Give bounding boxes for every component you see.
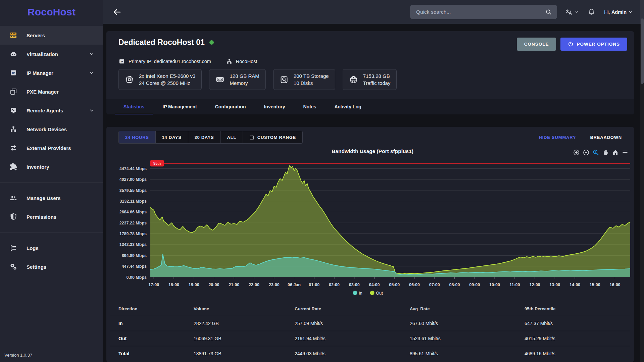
- legend-item-in[interactable]: In: [353, 291, 362, 296]
- menu-icon[interactable]: [622, 149, 629, 156]
- server-tabs: StatisticsIP ManagementConfigurationInve…: [106, 99, 634, 114]
- calendar-icon: [249, 135, 254, 140]
- tab-statistics[interactable]: Statistics: [114, 99, 153, 114]
- sidebar-item-label: Permissions: [27, 214, 56, 220]
- sidebar-item-label: Remote Agents: [27, 108, 63, 113]
- tab-notes[interactable]: Notes: [294, 99, 325, 114]
- svg-text:IP: IP: [120, 60, 123, 63]
- chevron-down-icon: [89, 70, 94, 75]
- tab-inventory[interactable]: Inventory: [255, 99, 294, 114]
- people-icon: [9, 194, 17, 202]
- summary-cell: In: [110, 316, 194, 331]
- chevron-down-icon: [89, 51, 94, 57]
- svg-text:95th: 95th: [153, 161, 161, 165]
- notifications-button[interactable]: [588, 8, 595, 16]
- sidebar-item-label: Manage Users: [27, 195, 61, 201]
- svg-text:07:00: 07:00: [429, 282, 440, 287]
- summary-column-volume: Volume: [194, 302, 295, 316]
- zoom-in-icon[interactable]: [573, 149, 580, 156]
- summary-cell: 895.61 Mbit/s: [410, 346, 525, 361]
- summary-cell: 267.60 Mbit/s: [410, 316, 525, 331]
- range-button-24-hours[interactable]: 24 HOURS: [119, 131, 156, 143]
- svg-text:894.89 Mbps: 894.89 Mbps: [122, 253, 147, 258]
- range-button-14-days[interactable]: 14 DAYS: [156, 131, 188, 143]
- zoom-select-icon[interactable]: [592, 149, 599, 156]
- globe-icon: [349, 75, 358, 84]
- tab-activity-log[interactable]: Activity Log: [325, 99, 370, 114]
- summary-column-current-rate: Current Rate: [295, 302, 410, 316]
- sidebar-item-manage-users[interactable]: Manage Users: [0, 189, 103, 207]
- sidebar-nav: Servers Virtualization IP IP Manager PXE…: [0, 26, 103, 276]
- range-button-custom-range[interactable]: CUSTOM RANGE: [243, 131, 302, 143]
- spec-ram: 128 GB RAMMemory: [209, 69, 265, 90]
- username: Admin: [611, 9, 627, 15]
- svg-text:15:00: 15:00: [590, 282, 600, 287]
- sidebar-item-virtualization[interactable]: Virtualization: [0, 45, 103, 63]
- pan-hand-icon[interactable]: [602, 149, 609, 156]
- tab-ip-management[interactable]: IP Management: [153, 99, 206, 114]
- home-icon[interactable]: [612, 149, 619, 156]
- breakdown-button[interactable]: BREAKDOWN: [590, 135, 622, 140]
- sidebar-item-servers[interactable]: Servers: [0, 26, 103, 45]
- svg-text:09:00: 09:00: [469, 282, 480, 287]
- sidebar-item-remote-agents[interactable]: Remote Agents: [0, 101, 103, 120]
- console-button[interactable]: CONSOLE: [517, 38, 556, 51]
- spec-traffic: 7153.28 GBTraffic today: [343, 69, 397, 90]
- topbar: Hi, Admin: [103, 0, 644, 24]
- svg-text:21:00: 21:00: [229, 282, 239, 287]
- summary-controls: HIDE SUMMARY BREAKDOWN: [539, 135, 622, 140]
- network-tree-icon: [226, 58, 233, 65]
- sidebar-item-network-devices[interactable]: Network Devices: [0, 120, 103, 139]
- user-menu[interactable]: Hi, Admin: [604, 9, 633, 15]
- zoom-out-icon[interactable]: [583, 149, 590, 156]
- summary-cell: 4689.16 Mbit/s: [525, 346, 630, 361]
- chevron-down-icon: [575, 10, 579, 14]
- svg-text:2684.66 Mbps: 2684.66 Mbps: [119, 210, 147, 214]
- search-icon[interactable]: [545, 8, 552, 16]
- language-menu[interactable]: [565, 8, 579, 16]
- range-button-30-days[interactable]: 30 DAYS: [188, 131, 221, 143]
- sidebar-item-label: PXE Manager: [27, 89, 59, 95]
- brand-logo[interactable]: RocoHost: [0, 0, 103, 24]
- summary-cell: 647.37 Mbit/s: [525, 316, 630, 331]
- summary-cell: 2191.94 Mbit/s: [295, 331, 410, 346]
- summary-section: DirectionVolumeCurrent RateAvg. Rate95th…: [110, 302, 630, 361]
- power-options-button[interactable]: POWER OPTIONS: [560, 38, 627, 51]
- bandwidth-chart-area[interactable]: Bandwidth Usage (Port sfpplus1)0.00 Mbps…: [106, 146, 634, 300]
- summary-cell: Out: [110, 331, 194, 346]
- bandwidth-chart: Bandwidth Usage (Port sfpplus1)0.00 Mbps…: [106, 146, 634, 300]
- gears-icon: [9, 263, 17, 271]
- sidebar-item-logs[interactable]: Logs: [0, 239, 103, 257]
- sidebar-item-pxe-manager[interactable]: PXE Manager: [0, 82, 103, 101]
- scrollbar-thumb[interactable]: [641, 18, 644, 84]
- summary-table: DirectionVolumeCurrent RateAvg. Rate95th…: [110, 302, 630, 361]
- chart-toolbar: [573, 149, 629, 156]
- svg-text:04:00: 04:00: [369, 282, 380, 287]
- power-icon: [568, 41, 574, 47]
- network-tree-icon: [9, 125, 17, 133]
- page-scrollbar[interactable]: [640, 0, 644, 362]
- chevron-down-icon: [628, 10, 633, 14]
- sidebar-item-permissions[interactable]: Permissions: [0, 207, 103, 226]
- summary-cell: 18891.73 GB: [194, 346, 295, 361]
- search-input[interactable]: [410, 9, 545, 15]
- svg-text:4027.00 Mbps: 4027.00 Mbps: [119, 177, 147, 182]
- stats-controls: 24 HOURS14 DAYS30 DAYSALLCUSTOM RANGE HI…: [118, 131, 622, 144]
- sidebar-item-label: Inventory: [27, 164, 49, 170]
- sidebar-item-inventory[interactable]: Inventory: [0, 157, 103, 176]
- primary-ip: IP Primary IP: dedicated01.rocohost.com: [118, 58, 211, 65]
- tab-configuration[interactable]: Configuration: [206, 99, 255, 114]
- sidebar-item-settings[interactable]: Settings: [0, 257, 103, 276]
- svg-text:In: In: [359, 291, 362, 296]
- range-button-all[interactable]: ALL: [220, 131, 243, 143]
- svg-text:Bandwidth Usage (Port sfpplus1: Bandwidth Usage (Port sfpplus1): [332, 148, 413, 154]
- svg-text:3579.55 Mbps: 3579.55 Mbps: [119, 188, 147, 193]
- sidebar-item-ip-manager[interactable]: IP IP Manager: [0, 63, 103, 82]
- hide-summary-button[interactable]: HIDE SUMMARY: [539, 135, 576, 140]
- back-button[interactable]: [112, 7, 122, 17]
- svg-text:06 Jan: 06 Jan: [288, 282, 301, 287]
- legend-item-out[interactable]: Out: [370, 291, 383, 296]
- range-button-group: 24 HOURS14 DAYS30 DAYSALLCUSTOM RANGE: [118, 131, 303, 144]
- sidebar-item-external-providers[interactable]: External Providers: [0, 139, 103, 157]
- summary-row-total: Total18891.73 GB2449.03 Mbit/s895.61 Mbi…: [110, 346, 630, 361]
